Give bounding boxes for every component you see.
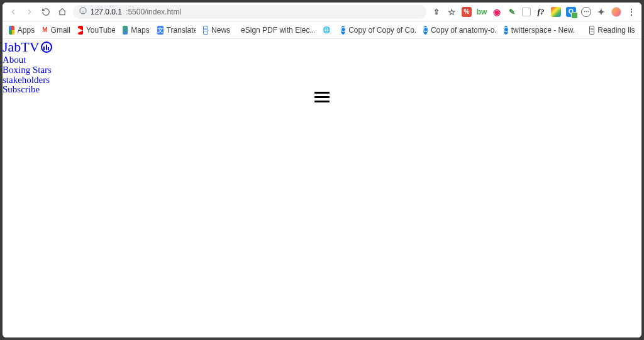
- extension-icon[interactable]: f?: [536, 7, 546, 17]
- bookmark-label: eSign PDF with Elec...: [241, 26, 315, 35]
- bookmark-item[interactable]: C Copy of Copy of Co...: [341, 26, 416, 35]
- browser-window: 127.0.0.1:5500/index.html ⇪ ☆ % bw ◉ ✎ f…: [3, 3, 641, 337]
- bookmark-item[interactable]: Maps: [123, 26, 150, 35]
- bookmark-label: News: [211, 26, 230, 35]
- address-bar[interactable]: 127.0.0.1:5500/index.html: [73, 5, 426, 19]
- reading-list-button[interactable]: ≡ Reading list: [589, 26, 635, 35]
- youtube-icon: ▶: [78, 26, 83, 35]
- gmail-icon: M: [42, 26, 47, 35]
- extension-icon[interactable]: [551, 7, 561, 17]
- extension-icon[interactable]: Q: [566, 7, 576, 17]
- back-button[interactable]: [8, 6, 19, 18]
- c-icon: C: [423, 26, 428, 35]
- bookmark-item[interactable]: 文 Translate: [157, 26, 196, 35]
- bookmark-label: Apps: [18, 26, 35, 35]
- extension-icon[interactable]: [522, 8, 531, 16]
- browser-menu-icon[interactable]: ⋮: [626, 7, 636, 17]
- bookmark-label: Copy of anatomy-o...: [431, 26, 496, 35]
- toolbar-right-icons: ⇪ ☆ % bw ◉ ✎ f? Q ⋯ ✦ ⋮: [431, 7, 636, 17]
- translate-icon: 文: [157, 26, 164, 35]
- bookmark-label: Gmail: [51, 26, 70, 35]
- globe-icon: 🌐: [323, 26, 330, 35]
- extension-icon[interactable]: ✎: [507, 7, 517, 17]
- browser-toolbar: 127.0.0.1:5500/index.html ⇪ ☆ % bw ◉ ✎ f…: [3, 3, 641, 21]
- home-button[interactable]: [57, 6, 68, 18]
- reading-list-icon: ≡: [589, 26, 594, 35]
- extension-icon[interactable]: %: [462, 7, 472, 17]
- hamburger-menu-icon[interactable]: [314, 92, 330, 102]
- bookmark-item[interactable]: M Gmail: [42, 26, 70, 35]
- site-info-icon[interactable]: [79, 7, 87, 16]
- bookmark-item[interactable]: 🌐: [323, 26, 333, 35]
- bookmark-label: Copy of Copy of Co...: [348, 26, 416, 35]
- profile-avatar-icon[interactable]: [611, 7, 621, 17]
- bookmark-label: Translate: [167, 26, 196, 35]
- bookmark-item[interactable]: eSign PDF with Elec...: [238, 26, 315, 35]
- site-nav-list: About Boxing Stars stakeholders Subscrib…: [3, 55, 641, 95]
- extension-icon[interactable]: ◉: [492, 7, 502, 17]
- nav-link-boxing-stars[interactable]: Boxing Stars: [3, 65, 641, 75]
- maps-icon: [123, 26, 128, 35]
- bookmark-label: YouTube: [86, 26, 115, 35]
- bookmarks-bar: Apps M Gmail ▶ YouTube Maps 文 Translate …: [3, 21, 641, 39]
- bookmark-item[interactable]: ▶ YouTube: [78, 26, 115, 35]
- brand-text: JabTV: [3, 39, 40, 55]
- news-icon: ≡: [203, 26, 209, 35]
- bookmark-star-icon[interactable]: ☆: [447, 7, 457, 17]
- bookmark-label: twitterspace - New...: [511, 26, 575, 35]
- nav-link-about[interactable]: About: [3, 55, 641, 65]
- c-icon: C: [341, 26, 345, 35]
- brand-logo-icon: [41, 41, 52, 53]
- extension-icon[interactable]: ⋯: [581, 7, 591, 17]
- site-brand[interactable]: JabTV: [3, 39, 641, 55]
- bookmark-label: Maps: [131, 26, 149, 35]
- reading-list-label: Reading list: [597, 26, 635, 35]
- url-path: :5500/index.html: [126, 8, 181, 16]
- bookmark-item[interactable]: C Copy of anatomy-o...: [423, 26, 496, 35]
- c-icon: C: [504, 26, 508, 35]
- bookmark-item[interactable]: ≡ News: [203, 26, 231, 35]
- forward-button[interactable]: [24, 6, 35, 18]
- nav-link-stakeholders[interactable]: stakeholders: [3, 75, 641, 85]
- apps-icon: [9, 26, 14, 35]
- extensions-menu-icon[interactable]: ✦: [596, 7, 606, 17]
- page-viewport: JabTV About Boxing Stars stakeholders Su…: [3, 39, 641, 337]
- bookmark-item[interactable]: C twitterspace - New...: [504, 26, 575, 35]
- share-icon[interactable]: ⇪: [431, 7, 441, 17]
- url-host: 127.0.0.1: [91, 8, 122, 16]
- bookmark-item[interactable]: Apps: [9, 26, 35, 35]
- reload-button[interactable]: [40, 6, 52, 18]
- extension-icon[interactable]: bw: [477, 7, 487, 17]
